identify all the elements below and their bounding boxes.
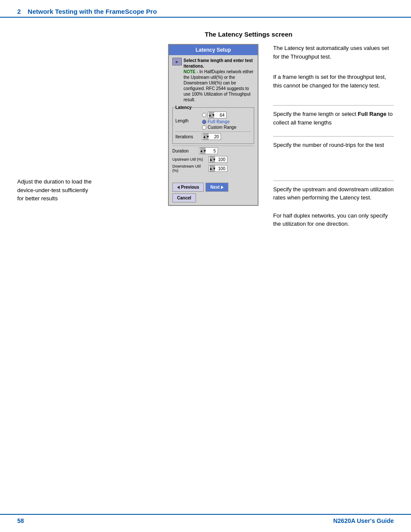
device-intro-text: Select frame length and enter test itera… [184,58,254,103]
upstream-spin-icon[interactable]: ▲▼ [210,156,215,162]
spin-value: 64 [214,113,225,118]
iterations-row: Iterations ▲▼ 20 [175,131,251,140]
prev-arrow-icon [177,186,180,189]
iterations-spinbox[interactable]: ▲▼ 20 [202,133,221,140]
length-spinbox[interactable]: ▲▼ 64 [208,112,227,118]
length-radio-64: ▲▼ 64 [202,112,237,118]
device-intro-row: Select frame length and enter test itera… [172,58,254,103]
section-title: The Latency Settings screen [103,31,394,38]
right-annotations: The Latency test automatically uses valu… [263,44,394,233]
length-options: ▲▼ 64 Full Range [202,112,237,130]
latency-groupbox: Latency Length ▲▼ 64 [172,105,254,144]
annotation-frame-length: If a frame length is set for the through… [273,73,394,95]
cancel-button[interactable]: Cancel [172,193,196,202]
iterations-spin-icon[interactable]: ▲▼ [203,134,209,140]
spin-icon[interactable]: ▲▼ [209,112,214,118]
radio-fullrange[interactable] [202,120,206,124]
annotation-utilization: Specify the upstream and downstream util… [273,185,394,207]
mid-spacer [273,159,394,180]
annotation-roundtrips: Specify the number of round-trips for th… [273,141,394,155]
downstream-spinbox[interactable]: ▲▼ 100 [209,165,227,172]
chapter-number: 2 [17,8,21,15]
page-footer: 58 N2620A User's Guide [0,514,411,524]
divider-3 [273,180,394,181]
upstream-row: Upstream Util (%) ▲▼ 100 [172,156,254,163]
length-row: Length ▲▼ 64 [175,112,251,130]
next-button[interactable]: Next [206,183,228,192]
annotation-auto: The Latency test automatically uses valu… [273,44,394,66]
duration-spin-icon[interactable]: ▲▼ [200,148,206,154]
device-icon [172,58,182,65]
full-range-bold: Full Range [358,111,386,117]
custom-range-label: Custom Range [208,125,237,130]
divider-2 [273,136,394,137]
upstream-label: Upstream Util (%) [172,157,207,162]
device-ui-body: Select frame length and enter test itera… [169,55,258,205]
annotation-halfduplex: For half duplex networks, you can only s… [273,212,394,233]
full-range-label: Full Range [208,119,230,124]
upstream-spinbox[interactable]: ▲▼ 100 [209,156,227,163]
length-radio-customrange: Custom Range [202,125,237,130]
next-arrow-icon [221,186,224,189]
length-radio-fullrange: Full Range [202,119,237,124]
footer-page-number: 58 [17,517,24,524]
iterations-value: 20 [209,134,220,139]
iterations-label: Iterations [175,134,200,139]
device-ui: Latency Setup Select frame length and en… [168,44,258,206]
downstream-spin-icon[interactable]: ▲▼ [210,165,215,171]
left-annotation-duration: Adjust the duration to load the device-u… [17,177,95,203]
upstream-value: 100 [215,157,226,162]
annotation-specify-frame: Specify the frame length or select Full … [273,110,394,132]
content-layout: Adjust the duration to load the device-u… [17,44,394,233]
duration-row: Duration ▲▼ 5 [172,146,254,154]
latency-group-legend: Latency [175,105,192,110]
spacer [172,174,254,183]
device-ui-title: Latency Setup [169,45,258,55]
length-label: Length [175,118,200,123]
duration-spinbox[interactable]: ▲▼ 5 [199,147,218,154]
duration-label: Duration [172,149,197,153]
radio-customrange[interactable] [202,125,206,130]
device-ui-wrapper: Latency Setup Select frame length and en… [168,44,263,233]
left-annotations: Adjust the duration to load the device-u… [17,44,112,233]
previous-button[interactable]: Previous [172,183,204,192]
nav-buttons: Previous Next [172,183,254,192]
radio-64[interactable] [202,113,206,117]
chapter-title: Network Testing with the FrameScope Pro [28,8,157,15]
page-header: 2 Network Testing with the FrameScope Pr… [0,0,411,18]
downstream-row: Downstream Util (%) ▲▼ 100 [172,164,254,173]
footer-guide-title: N2620A User's Guide [333,517,394,524]
downstream-label: Downstream Util (%) [172,164,207,173]
duration-value: 5 [206,149,217,153]
main-content: The Latency Settings screen Adjust the d… [0,18,411,246]
downstream-value: 100 [215,166,226,171]
divider-1 [273,105,394,106]
cancel-row: Cancel [172,193,254,202]
